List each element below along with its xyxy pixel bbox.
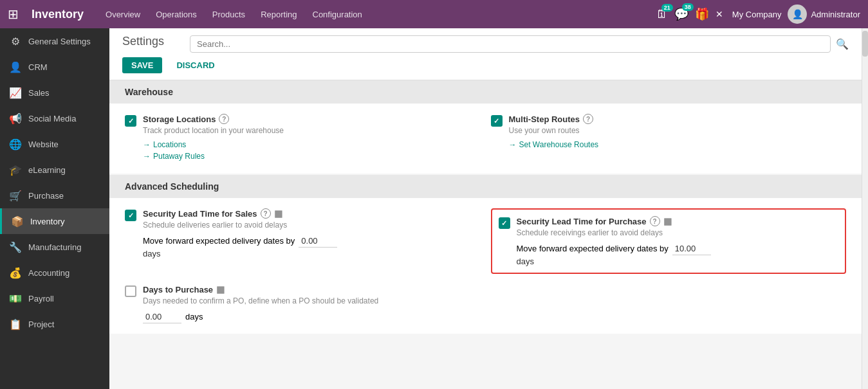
sidebar-item-elearning[interactable]: 🎓 eLearning [0,157,109,183]
storage-locations-item: Storage Locations ? Track product locati… [125,114,481,163]
accounting-icon: 💰 [9,266,22,279]
set-warehouse-routes-link[interactable]: Set Warehouse Routes [509,140,847,149]
app-brand: Inventory [32,8,84,21]
advanced-scheduling-section: Advanced Scheduling Security Lead Time f… [109,175,862,334]
storage-locations-help-icon[interactable]: ? [219,114,229,124]
days-to-purchase-content: Days to Purchase ▦ Days needed to confir… [143,284,481,323]
sidebar-label-website: Website [28,140,59,149]
storage-locations-title: Storage Locations ? [143,114,481,124]
warehouse-section-body: Storage Locations ? Track product locati… [109,104,862,174]
search-input[interactable] [190,35,831,53]
storage-locations-content: Storage Locations ? Track product locati… [143,114,481,163]
calendar-icon-badge[interactable]: 🗓 21 [656,8,668,21]
putaway-rules-link[interactable]: Putaway Rules [143,152,481,161]
topbar: ⊞ Inventory Overview Operations Products… [0,0,868,28]
manufacturing-icon: 🔧 [9,240,22,253]
content-top: Settings 🔍 SAVE DISCARD [109,28,862,80]
multi-step-routes-title: Multi-Step Routes ? [509,114,847,124]
sidebar-item-website[interactable]: 🌐 Website [0,131,109,157]
nav-reporting[interactable]: Reporting [254,6,303,23]
multi-step-routes-content: Multi-Step Routes ? Use your own routes … [509,114,847,163]
days-to-purchase-desc: Days needed to confirm a PO, define when… [143,296,481,305]
grid-icon[interactable]: ⊞ [8,6,19,22]
days-to-purchase-checkbox[interactable] [125,285,136,297]
sidebar-label-social-media: Social Media [28,114,76,123]
topbar-icons: 🗓 21 💬 38 🎁 ✕ My Company 👤 Administrator [656,5,860,24]
gift-icon[interactable]: 🎁 [695,7,709,21]
sidebar-item-purchase[interactable]: 🛒 Purchase [0,183,109,208]
security-lead-purchase-input[interactable] [672,242,711,255]
security-lead-purchase-desc: Schedule receivings earlier to avoid del… [517,228,839,237]
nav-configuration[interactable]: Configuration [306,6,369,23]
multi-step-routes-desc: Use your own routes [509,126,847,135]
days-to-purchase-grid-icon[interactable]: ▦ [216,284,225,294]
locations-link[interactable]: Locations [143,140,481,149]
security-lead-sales-unit: days [143,249,481,258]
days-to-purchase-input-row: days [143,311,481,323]
sidebar-item-general-settings[interactable]: ⚙ General Settings [0,28,109,54]
payroll-icon: 💵 [9,292,22,305]
company-name[interactable]: My Company [732,10,782,19]
chat-badge: 38 [682,3,694,11]
security-lead-purchase-item: Security Lead Time for Purchase ? ▦ Sche… [491,208,847,274]
days-to-purchase-input[interactable] [143,311,181,323]
page-title: Settings [122,35,164,48]
chat-icon-badge[interactable]: 💬 38 [674,7,688,21]
right-scrollbar[interactable] [862,28,868,389]
security-lead-sales-help-icon[interactable]: ? [261,208,271,219]
user-name: Administrator [811,10,860,19]
discard-button[interactable]: DISCARD [167,57,223,73]
security-lead-purchase-content: Security Lead Time for Purchase ? ▦ Sche… [517,216,839,266]
security-lead-sales-checkbox[interactable] [125,210,136,221]
security-lead-purchase-input-row: Move forward expected delivery dates by [517,242,839,255]
security-lead-purchase-grid-icon[interactable]: ▦ [663,216,672,226]
sidebar-item-project[interactable]: 📋 Project [0,311,109,337]
security-lead-sales-grid-icon[interactable]: ▦ [274,208,282,219]
nav-overview[interactable]: Overview [99,6,147,23]
sidebar-item-payroll[interactable]: 💵 Payroll [0,285,109,311]
calendar-badge: 21 [661,4,673,12]
multi-step-routes-checkbox[interactable] [491,115,503,127]
sidebar-label-payroll: Payroll [28,294,54,303]
security-lead-sales-content: Security Lead Time for Sales ? ▦ Schedul… [143,208,481,274]
days-to-purchase-row: Days to Purchase ▦ Days needed to confir… [125,284,846,323]
security-lead-purchase-checkbox[interactable] [499,217,510,229]
warehouse-section-header: Warehouse [109,80,862,104]
security-lead-sales-desc: Schedule deliveries earlier to avoid del… [143,221,481,230]
security-lead-sales-input[interactable] [299,235,337,248]
security-lead-purchase-help-icon[interactable]: ? [650,216,660,226]
sidebar-label-general-settings: General Settings [28,37,91,46]
sales-icon: 📈 [9,86,22,99]
save-button[interactable]: SAVE [122,57,162,73]
sidebar-item-accounting[interactable]: 💰 Accounting [0,260,109,285]
nav-products[interactable]: Products [206,6,252,23]
project-icon: 📋 [9,318,22,330]
search-icon: 🔍 [836,38,849,50]
user-menu[interactable]: 👤 Administrator [788,5,860,24]
sidebar-label-elearning: eLearning [28,165,66,175]
security-lead-purchase-unit: days [517,257,839,266]
advanced-scheduling-header: Advanced Scheduling [109,175,862,198]
security-lead-purchase-highlight: Security Lead Time for Purchase ? ▦ Sche… [491,208,847,274]
nav-operations[interactable]: Operations [149,6,203,23]
sidebar-label-manufacturing: Manufacturing [28,242,81,252]
sidebar-item-sales[interactable]: 📈 Sales [0,80,109,105]
storage-locations-checkbox[interactable] [125,115,136,127]
days-to-purchase-title: Days to Purchase ▦ [143,284,481,294]
sidebar-label-accounting: Accounting [28,268,69,278]
elearning-icon: 🎓 [9,163,22,176]
sidebar-label-crm: CRM [28,62,48,72]
sidebar-item-manufacturing[interactable]: 🔧 Manufacturing [0,234,109,260]
days-to-purchase-item: Days to Purchase ▦ Days needed to confir… [125,284,481,323]
sidebar-item-crm[interactable]: 👤 CRM [0,54,109,80]
advanced-scheduling-grid: Security Lead Time for Sales ? ▦ Schedul… [125,208,846,274]
sidebar-item-social-media[interactable]: 📢 Social Media [0,105,109,131]
sidebar-label-inventory: Inventory [30,217,64,226]
advanced-scheduling-body: Security Lead Time for Sales ? ▦ Schedul… [109,198,862,334]
content-area: Settings 🔍 SAVE DISCARD Warehouse [109,28,862,389]
warehouse-section: Warehouse Storage Locations ? Track prod… [109,80,862,174]
multi-step-help-icon[interactable]: ? [583,114,593,124]
close-icon[interactable]: ✕ [716,9,723,19]
sidebar-item-inventory[interactable]: 📦 Inventory [0,208,109,234]
security-lead-sales-item: Security Lead Time for Sales ? ▦ Schedul… [125,208,481,274]
